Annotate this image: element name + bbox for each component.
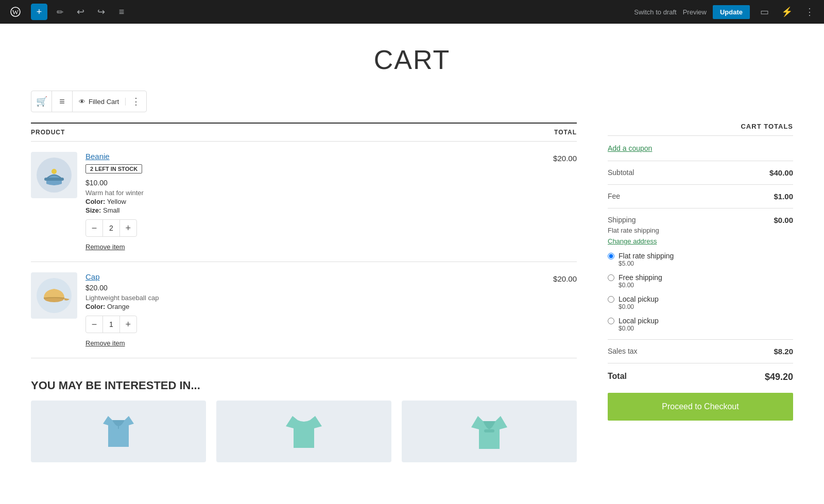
cart-icon-button[interactable]: 🛒	[31, 91, 52, 112]
shipping-option-label: Local pickup	[619, 295, 659, 303]
size-label: Size:	[85, 206, 101, 214]
subtotal-value: $40.00	[769, 168, 793, 177]
stock-badge: 2 LEFT IN STOCK	[85, 164, 142, 173]
lightning-icon: ⚡	[781, 6, 793, 18]
shipping-option-local-2: Local pickup $0.00	[608, 317, 793, 332]
shipping-option-local-1: Local pickup $0.00	[608, 295, 793, 310]
cart-item-description: Lightweight baseball cap	[85, 294, 545, 302]
quantity-increase-button[interactable]: +	[120, 316, 136, 333]
lines-icon: ≡	[59, 96, 65, 107]
shipping-option-free: Free shipping $0.00	[608, 273, 793, 289]
eye-icon: 👁	[79, 98, 85, 106]
checkout-button[interactable]: Proceed to Checkout	[608, 393, 793, 421]
block-more-button[interactable]: ⋮	[126, 91, 146, 112]
related-product-item	[216, 401, 391, 462]
cart-item-details: Cap $20.00 Lightweight baseball cap Colo…	[85, 272, 545, 347]
subtotal-label: Subtotal	[608, 168, 634, 177]
main-toolbar: W + ✏ ↩ ↪ ≡ Switch to draft Preview Upda…	[0, 0, 824, 24]
related-product-item	[31, 401, 206, 462]
sales-tax-label: Sales tax	[608, 347, 638, 355]
shipping-option-label: Flat rate shipping	[619, 252, 674, 260]
change-address-link[interactable]: Change address	[608, 237, 657, 245]
cart-icon: 🛒	[36, 96, 47, 107]
wp-logo[interactable]: W	[6, 3, 25, 21]
list-view-button[interactable]: ≡	[113, 4, 130, 20]
cart-item-color: Color: Orange	[85, 303, 545, 310]
sidebar-toggle-icon: ▭	[760, 6, 769, 18]
lines-icon-button[interactable]: ≡	[52, 91, 73, 112]
cart-item: Cap $20.00 Lightweight baseball cap Colo…	[31, 262, 577, 358]
color-label: Color:	[85, 303, 105, 310]
add-coupon-link[interactable]: Add a coupon	[608, 136, 793, 161]
page-content: CART 🛒 ≡ 👁 Filled Cart ⋮ PRODUCT TOTAL	[0, 24, 824, 483]
related-product-2-svg	[283, 406, 324, 457]
color-value: Yellow	[107, 198, 126, 205]
block-more-icon: ⋮	[131, 96, 141, 107]
shipping-value: $0.00	[774, 216, 793, 224]
shipping-description: Flat rate shipping	[608, 227, 793, 234]
cart-item-details: Beanie 2 LEFT IN STOCK $10.00 Warm hat f…	[85, 152, 545, 251]
cart-item-total: $20.00	[553, 152, 577, 163]
cart-main: PRODUCT TOTAL Beanie	[31, 123, 577, 462]
tools-button[interactable]: ✏	[52, 4, 68, 20]
product-col-header: PRODUCT	[31, 129, 65, 136]
sales-tax-row: Sales tax $8.20	[608, 340, 793, 363]
lightning-button[interactable]: ⚡	[779, 4, 795, 20]
shipping-radio-free[interactable]	[608, 274, 614, 281]
cart-table-header: PRODUCT TOTAL	[31, 123, 577, 142]
toolbar-right: Switch to draft Preview Update ▭ ⚡ ⋮	[634, 4, 818, 20]
subtotal-row: Subtotal $40.00	[608, 161, 793, 185]
more-icon: ⋮	[805, 6, 814, 18]
svg-point-4	[52, 169, 57, 174]
filled-cart-label: Filled Cart	[89, 98, 119, 106]
plus-icon: +	[37, 7, 42, 18]
remove-item-link[interactable]: Remove item	[85, 243, 125, 251]
related-products-grid	[31, 401, 577, 462]
fee-label: Fee	[608, 192, 620, 200]
color-value: Orange	[107, 303, 129, 310]
shipping-option-label: Free shipping	[619, 273, 662, 282]
shipping-radio-local-1[interactable]	[608, 296, 614, 303]
cart-item-description: Warm hat for winter	[85, 189, 545, 197]
shipping-option-label: Local pickup	[619, 317, 659, 325]
total-label: Total	[608, 372, 627, 383]
shipping-label: Shipping	[608, 216, 636, 224]
cart-item-name-link[interactable]: Cap	[85, 272, 100, 281]
more-options-button[interactable]: ⋮	[801, 4, 818, 20]
add-block-button[interactable]: +	[31, 4, 47, 20]
undo-button[interactable]: ↩	[72, 4, 89, 20]
shipping-radio-local-2[interactable]	[608, 318, 614, 324]
sidebar-toggle-button[interactable]: ▭	[756, 4, 772, 20]
remove-item-link[interactable]: Remove item	[85, 339, 125, 347]
shipping-option-price: $5.00	[619, 260, 674, 267]
redo-icon: ↪	[97, 6, 105, 18]
switch-to-draft-button[interactable]: Switch to draft	[634, 8, 676, 16]
undo-icon: ↩	[77, 6, 84, 18]
cart-item-size: Size: Small	[85, 206, 545, 214]
cart-item-unit-price: $20.00	[85, 284, 545, 292]
quantity-value: 2	[102, 220, 120, 236]
shipping-option-price: $0.00	[619, 325, 659, 332]
related-product-1-svg	[98, 406, 139, 457]
quantity-control: − 2 +	[85, 219, 137, 237]
preview-button[interactable]: Preview	[683, 8, 707, 16]
cart-item-unit-price: $10.00	[85, 179, 545, 187]
quantity-control: − 1 +	[85, 316, 137, 333]
fee-row: Fee $1.00	[608, 185, 793, 208]
shipping-option-price: $0.00	[619, 282, 662, 289]
cart-sidebar: CART TOTALS Add a coupon Subtotal $40.00…	[608, 123, 793, 462]
color-label: Color:	[85, 198, 105, 205]
shipping-section: Shipping $0.00 Flat rate shipping Change…	[608, 208, 793, 340]
quantity-decrease-button[interactable]: −	[86, 316, 102, 333]
quantity-decrease-button[interactable]: −	[86, 220, 102, 236]
sales-tax-value: $8.20	[774, 347, 793, 356]
shipping-radio-flat-rate[interactable]	[608, 253, 614, 259]
quantity-increase-button[interactable]: +	[120, 220, 136, 236]
update-button[interactable]: Update	[713, 5, 750, 19]
filled-cart-tab: 👁 Filled Cart	[73, 98, 126, 106]
cart-item-name-link[interactable]: Beanie	[85, 152, 110, 161]
related-product-3-svg	[469, 406, 510, 457]
svg-text:W: W	[12, 8, 19, 16]
cap-image-svg	[36, 277, 72, 314]
redo-button[interactable]: ↪	[93, 4, 109, 20]
